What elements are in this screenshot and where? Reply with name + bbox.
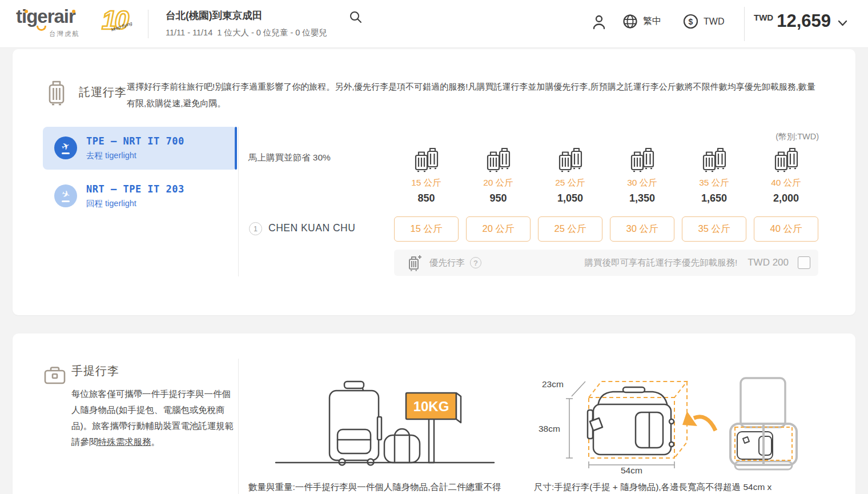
logo-dot-icon [25,10,28,13]
header-divider [744,7,745,41]
priority-label: 優先行李 [429,257,465,269]
flight-tab-outbound[interactable]: ✈ TPE — NRT IT 700 去程 tigerlight [43,127,237,170]
carry-on-section: 手提行李 每位旅客僅可攜帶一件手提行李與一件個人隨身物品(如手提包、電腦包或免稅… [13,334,855,494]
logo-subtext: 台灣虎航 [49,30,80,38]
content-divider [238,359,239,494]
flight-tab-return[interactable]: ✈ NRT — TPE IT 203 回程 tigerlight [43,175,237,218]
anniversary-number: 10 [102,5,142,35]
select-15kg-button[interactable]: 15 公斤 [394,216,459,242]
flight-label: 去程 tigerlight [86,150,136,161]
luggage-icon [700,146,729,172]
section-description: 每位旅客僅可攜帶一件手提行李與一件個人隨身物品(如手提包、電腦包或免稅商品)。旅… [71,386,239,450]
carry-on-weight-illustration: 10KG [266,377,520,472]
logo-dot-icon [72,10,75,13]
dim-width-label: 54cm [621,465,642,474]
option-weight: 15 公斤 [394,177,459,189]
baggage-option-20kg: 20 公斤 950 [466,146,531,204]
person-icon [592,14,606,31]
top-header: tigerair 台灣虎航 10 keep flying 台北(桃園)到東京成田… [0,0,868,48]
baggage-option-30kg: 30 公斤 1,350 [610,146,674,204]
option-price: 1,650 [682,192,746,204]
select-40kg-button[interactable]: 40 公斤 [754,216,818,242]
priority-baggage-row: 優先行李 ? 購買後即可享有託運行李優先卸載服務! TWD 200 [394,250,818,276]
select-25kg-button[interactable]: 25 公斤 [538,216,602,242]
globe-icon [622,14,638,29]
priority-description: 購買後即可享有託運行李優先卸載服務! [584,257,737,269]
currency-label: TWD [704,17,724,27]
dollar-icon: $ [683,14,698,29]
flight-label: 回程 tigerlight [86,198,136,209]
route-summary: 台北(桃園)到東京成田 11/11 - 11/14 1 位大人 - 0 位兒童 … [166,9,327,38]
baggage-option-40kg: 40 公斤 2,000 [754,146,818,204]
luggage-icon [484,146,513,172]
checked-baggage-icon [46,79,67,109]
option-weight: 25 公斤 [538,177,602,189]
total-amount: 12,659 [777,11,831,31]
section-title: 託運行李 [79,85,127,100]
option-weight: 40 公斤 [754,177,818,189]
fare-total-dropdown[interactable]: TWD 12,659 [754,11,847,31]
option-price: 2,000 [754,192,818,204]
baggage-option-35kg: 35 公斤 1,650 [682,146,746,204]
luggage-icon [556,146,585,172]
luggage-icon [628,146,657,172]
baggage-option-25kg: 25 公斤 1,050 [538,146,602,204]
priority-price: TWD 200 [748,257,789,268]
option-weight: 35 公斤 [682,177,746,189]
passenger-name: CHEN KUAN CHU [268,222,355,234]
section-description: 選擇好行李前往旅行吧!別讓行李過重影響了你的旅程。另外,優先行李是項不可錯過的服… [127,78,821,111]
logo-text: tigerair [16,7,102,26]
help-icon[interactable]: ? [470,257,481,268]
currency-button[interactable]: $ TWD [683,14,724,29]
carry-on-icon [43,364,66,387]
svg-text:$: $ [689,17,693,26]
promo-text: 馬上購買並節省 30% [248,152,331,164]
priority-luggage-icon [407,254,423,271]
section-title: 手提行李 [71,363,119,379]
search-icon[interactable] [348,10,363,25]
option-price: 1,350 [610,192,674,204]
size-note: 尺寸:手提行李(手提 + 隨身物品),各邊長寬高不得超過 54cm x [534,481,771,493]
account-button[interactable] [592,14,606,31]
luggage-icon [772,146,801,172]
dim-depth-label: 23cm [542,379,564,389]
route-subtitle: 11/11 - 11/14 1 位大人 - 0 位兒童 - 0 位嬰兒 [166,27,327,38]
special-needs-link[interactable]: 特殊需求服務 [98,437,151,447]
tigerair-logo[interactable]: tigerair 台灣虎航 [16,7,102,26]
option-price: 1,050 [538,192,602,204]
plane-takeoff-icon: ✈ [54,136,77,159]
chevron-down-icon [838,18,847,29]
carry-on-size-illustration: 23cm 38cm 54cm [534,375,808,476]
option-weight: 20 公斤 [466,177,531,189]
select-35kg-button[interactable]: 35 公斤 [682,216,746,242]
header-divider [148,10,148,38]
logo-smile-icon [37,26,46,31]
select-20kg-button[interactable]: 20 公斤 [466,216,531,242]
flight-code: NRT — TPE IT 203 [86,183,184,195]
checked-baggage-section: 託運行李 選擇好行李前往旅行吧!別讓行李過重影響了你的旅程。另外,優先行李是項不… [13,49,855,315]
currency-note: (幣別:TWD) [775,131,819,142]
total-currency: TWD [754,13,773,22]
description-text: 。 [151,437,160,447]
language-label: 繁中 [643,15,661,27]
route-title: 台北(桃園)到東京成田 [166,9,327,22]
flight-code: TPE — NRT IT 700 [86,135,184,147]
weight-sign-text: 10KG [413,399,449,414]
select-30kg-button[interactable]: 30 公斤 [610,216,674,242]
quantity-note: 數量與重量:一件手提行李與一件個人隨身物品,合計二件總重不得 [248,481,501,493]
option-price: 950 [466,192,531,204]
plane-landing-icon: ✈ [54,184,77,207]
dim-height-label: 38cm [539,424,560,433]
anniversary-badge: 10 keep flying [102,5,142,41]
option-price: 850 [394,192,459,204]
option-weight: 30 公斤 [610,177,674,189]
baggage-option-15kg: 15 公斤 850 [394,146,459,204]
luggage-icon [412,146,441,172]
priority-checkbox[interactable] [798,256,810,269]
language-button[interactable]: 繁中 [622,14,661,29]
passenger-number: 1 [249,222,262,235]
content-divider [238,127,239,276]
